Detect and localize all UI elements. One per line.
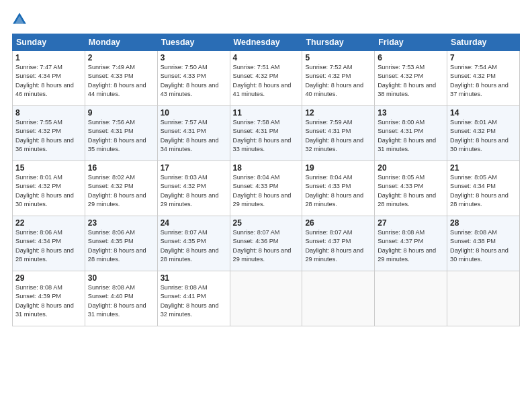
week-row-5: 29Sunrise: 8:08 AMSunset: 4:39 PMDayligh… (13, 271, 520, 326)
day-number: 16 (88, 163, 154, 173)
week-row-1: 1Sunrise: 7:47 AMSunset: 4:34 PMDaylight… (13, 51, 520, 106)
day-detail: Sunrise: 8:08 AMSunset: 4:38 PMDaylight:… (450, 228, 517, 264)
calendar-cell: 4Sunrise: 7:51 AMSunset: 4:32 PMDaylight… (230, 51, 302, 106)
day-header-sunday: Sunday (13, 34, 85, 51)
calendar-cell: 9Sunrise: 7:56 AMSunset: 4:31 PMDaylight… (85, 106, 157, 161)
calendar-cell: 12Sunrise: 7:59 AMSunset: 4:31 PMDayligh… (302, 106, 375, 161)
day-detail: Sunrise: 7:51 AMSunset: 4:32 PMDaylight:… (233, 63, 300, 99)
day-number: 5 (305, 53, 371, 62)
day-detail: Sunrise: 7:54 AMSunset: 4:32 PMDaylight:… (450, 63, 517, 99)
day-number: 27 (378, 218, 444, 228)
day-number: 6 (378, 53, 444, 62)
day-detail: Sunrise: 8:08 AMSunset: 4:37 PMDaylight:… (378, 228, 444, 264)
week-row-3: 15Sunrise: 8:01 AMSunset: 4:32 PMDayligh… (13, 161, 520, 216)
calendar-cell: 26Sunrise: 8:07 AMSunset: 4:37 PMDayligh… (302, 216, 375, 271)
calendar-cell (375, 271, 447, 326)
calendar-cell: 5Sunrise: 7:52 AMSunset: 4:32 PMDaylight… (302, 51, 375, 106)
calendar-cell: 1Sunrise: 7:47 AMSunset: 4:34 PMDaylight… (13, 51, 85, 106)
calendar-cell: 6Sunrise: 7:53 AMSunset: 4:32 PMDaylight… (375, 51, 447, 106)
calendar-cell: 23Sunrise: 8:06 AMSunset: 4:35 PMDayligh… (85, 216, 157, 271)
day-detail: Sunrise: 8:05 AMSunset: 4:33 PMDaylight:… (378, 173, 444, 209)
day-number: 29 (15, 273, 82, 283)
calendar-cell: 27Sunrise: 8:08 AMSunset: 4:37 PMDayligh… (375, 216, 447, 271)
day-number: 25 (233, 218, 300, 228)
day-detail: Sunrise: 8:00 AMSunset: 4:31 PMDaylight:… (378, 118, 444, 154)
day-detail: Sunrise: 7:57 AMSunset: 4:31 PMDaylight:… (161, 118, 227, 154)
day-detail: Sunrise: 7:56 AMSunset: 4:31 PMDaylight:… (88, 118, 154, 154)
calendar-cell (302, 271, 375, 326)
day-number: 10 (161, 108, 227, 118)
day-number: 26 (305, 218, 371, 228)
day-detail: Sunrise: 8:06 AMSunset: 4:35 PMDaylight:… (88, 228, 154, 264)
day-detail: Sunrise: 7:53 AMSunset: 4:32 PMDaylight:… (378, 63, 444, 99)
day-detail: Sunrise: 8:08 AMSunset: 4:41 PMDaylight:… (161, 283, 227, 319)
day-number: 17 (161, 163, 227, 173)
day-detail: Sunrise: 8:01 AMSunset: 4:32 PMDaylight:… (450, 118, 517, 154)
day-detail: Sunrise: 8:03 AMSunset: 4:32 PMDaylight:… (161, 173, 227, 209)
day-number: 9 (88, 108, 154, 118)
day-detail: Sunrise: 8:04 AMSunset: 4:33 PMDaylight:… (305, 173, 371, 209)
calendar-cell: 24Sunrise: 8:07 AMSunset: 4:35 PMDayligh… (157, 216, 230, 271)
calendar-cell: 10Sunrise: 7:57 AMSunset: 4:31 PMDayligh… (157, 106, 230, 161)
day-header-wednesday: Wednesday (230, 34, 302, 51)
day-detail: Sunrise: 8:05 AMSunset: 4:34 PMDaylight:… (450, 173, 517, 209)
day-header-monday: Monday (85, 34, 157, 51)
calendar-cell: 8Sunrise: 7:55 AMSunset: 4:32 PMDaylight… (13, 106, 85, 161)
day-number: 31 (161, 273, 227, 283)
day-number: 1 (15, 53, 82, 62)
day-detail: Sunrise: 8:07 AMSunset: 4:35 PMDaylight:… (161, 228, 227, 264)
day-number: 30 (88, 273, 154, 283)
logo (12, 12, 30, 27)
calendar-cell: 28Sunrise: 8:08 AMSunset: 4:38 PMDayligh… (447, 216, 520, 271)
day-detail: Sunrise: 8:07 AMSunset: 4:37 PMDaylight:… (305, 228, 371, 264)
general-blue-icon (12, 12, 27, 27)
day-detail: Sunrise: 8:04 AMSunset: 4:33 PMDaylight:… (233, 173, 300, 209)
day-number: 12 (305, 108, 371, 118)
calendar-cell: 20Sunrise: 8:05 AMSunset: 4:33 PMDayligh… (375, 161, 447, 216)
day-detail: Sunrise: 8:01 AMSunset: 4:32 PMDaylight:… (15, 173, 82, 209)
day-header-friday: Friday (375, 34, 447, 51)
day-number: 19 (305, 163, 371, 173)
week-row-4: 22Sunrise: 8:06 AMSunset: 4:34 PMDayligh… (13, 216, 520, 271)
day-number: 18 (233, 163, 300, 173)
day-detail: Sunrise: 8:08 AMSunset: 4:39 PMDaylight:… (15, 283, 82, 319)
day-detail: Sunrise: 7:50 AMSunset: 4:33 PMDaylight:… (161, 63, 227, 99)
day-number: 13 (378, 108, 444, 118)
calendar-cell: 14Sunrise: 8:01 AMSunset: 4:32 PMDayligh… (447, 106, 520, 161)
calendar-cell: 17Sunrise: 8:03 AMSunset: 4:32 PMDayligh… (157, 161, 230, 216)
calendar-cell: 21Sunrise: 8:05 AMSunset: 4:34 PMDayligh… (447, 161, 520, 216)
day-detail: Sunrise: 7:47 AMSunset: 4:34 PMDaylight:… (15, 63, 82, 99)
calendar-cell: 19Sunrise: 8:04 AMSunset: 4:33 PMDayligh… (302, 161, 375, 216)
day-detail: Sunrise: 7:52 AMSunset: 4:32 PMDaylight:… (305, 63, 371, 99)
calendar-cell: 16Sunrise: 8:02 AMSunset: 4:32 PMDayligh… (85, 161, 157, 216)
day-number: 2 (88, 53, 154, 62)
day-detail: Sunrise: 7:58 AMSunset: 4:31 PMDaylight:… (233, 118, 300, 154)
page-header (12, 12, 520, 27)
day-header-tuesday: Tuesday (157, 34, 230, 51)
day-number: 22 (15, 218, 82, 228)
week-row-2: 8Sunrise: 7:55 AMSunset: 4:32 PMDaylight… (13, 106, 520, 161)
calendar-cell (447, 271, 520, 326)
day-detail: Sunrise: 8:06 AMSunset: 4:34 PMDaylight:… (15, 228, 82, 264)
day-number: 7 (450, 53, 517, 62)
calendar-cell: 13Sunrise: 8:00 AMSunset: 4:31 PMDayligh… (375, 106, 447, 161)
calendar-table: SundayMondayTuesdayWednesdayThursdayFrid… (12, 34, 520, 326)
day-number: 4 (233, 53, 300, 62)
day-detail: Sunrise: 8:07 AMSunset: 4:36 PMDaylight:… (233, 228, 300, 264)
calendar-cell: 2Sunrise: 7:49 AMSunset: 4:33 PMDaylight… (85, 51, 157, 106)
day-detail: Sunrise: 7:55 AMSunset: 4:32 PMDaylight:… (15, 118, 82, 154)
calendar-cell: 31Sunrise: 8:08 AMSunset: 4:41 PMDayligh… (157, 271, 230, 326)
calendar-cell (230, 271, 302, 326)
calendar-cell: 18Sunrise: 8:04 AMSunset: 4:33 PMDayligh… (230, 161, 302, 216)
day-number: 23 (88, 218, 154, 228)
calendar-cell: 30Sunrise: 8:08 AMSunset: 4:40 PMDayligh… (85, 271, 157, 326)
day-number: 28 (450, 218, 517, 228)
day-header-saturday: Saturday (447, 34, 520, 51)
day-number: 8 (15, 108, 82, 118)
calendar-cell: 29Sunrise: 8:08 AMSunset: 4:39 PMDayligh… (13, 271, 85, 326)
day-detail: Sunrise: 8:08 AMSunset: 4:40 PMDaylight:… (88, 283, 154, 319)
calendar-cell: 25Sunrise: 8:07 AMSunset: 4:36 PMDayligh… (230, 216, 302, 271)
day-header-thursday: Thursday (302, 34, 375, 51)
day-number: 3 (161, 53, 227, 62)
day-number: 21 (450, 163, 517, 173)
